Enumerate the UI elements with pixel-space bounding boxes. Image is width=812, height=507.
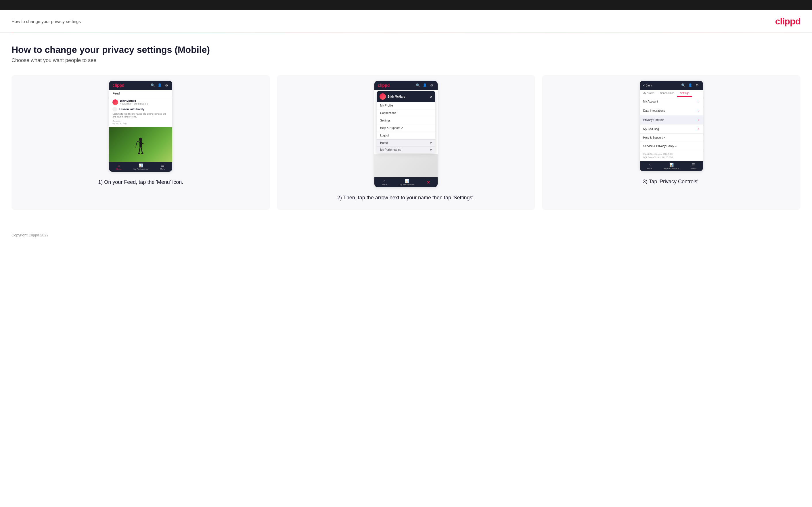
tab-settings[interactable]: Settings	[677, 90, 693, 97]
screen1-bottom-nav: ⌂ Home 📊 My Performance ☰ Menu	[109, 162, 172, 172]
step-3-phone: < Back 🔍 👤 ⚙ My Profile Connections	[640, 81, 703, 171]
steps-grid: clippd 🔍 👤 ⚙ Feed Blair M	[11, 75, 801, 210]
settings-back-bar: < Back 🔍 👤 ⚙	[640, 81, 703, 90]
version-client: Clippd Client Version: 2022.8.3-3	[643, 153, 700, 156]
external-link-icon-policy: ↗	[675, 145, 677, 148]
step-2-caption: 2) Then, tap the arrow next to your name…	[337, 194, 475, 202]
screen2-bg-blur	[374, 154, 438, 177]
menu-item-help[interactable]: Help & Support ↗	[377, 124, 435, 132]
menu-user-left: Blair McHarg	[379, 93, 405, 100]
svg-line-3	[136, 141, 137, 147]
menu-chevron-up: ∧	[430, 95, 433, 99]
footer: Copyright Clippd 2022	[0, 227, 812, 243]
screen2-bottom-nav: ⌂ Home 📊 My Performance ✕	[374, 177, 438, 187]
chevron-icon-integrations: ›	[699, 109, 700, 113]
svg-rect-1	[140, 141, 142, 147]
feed-duration: Duration 01 hr : 30 min	[112, 120, 169, 125]
feed-post-icon	[112, 107, 117, 111]
feed-post-title-row: Lesson with Fordy	[112, 107, 169, 111]
external-link-icon-help: ↗	[663, 137, 665, 139]
step-3-card: < Back 🔍 👤 ⚙ My Profile Connections	[542, 75, 801, 210]
bottom-nav-menu: ☰ Menu	[160, 163, 165, 170]
step-1-phone: clippd 🔍 👤 ⚙ Feed Blair M	[109, 81, 172, 172]
settings-tabs: My Profile Connections Settings	[640, 90, 703, 97]
settings-item-help[interactable]: Help & Support ↗	[640, 134, 703, 142]
feed-user-info: Blair McHarg Yesterday · Sunningdale	[120, 99, 148, 105]
svg-line-5	[139, 147, 140, 153]
bottom-nav-close[interactable]: ✕	[427, 180, 430, 185]
menu-item-profile[interactable]: My Profile	[377, 102, 435, 109]
menu-item-connections[interactable]: Connections	[377, 109, 435, 117]
menu-section-home[interactable]: Home ∨	[377, 139, 435, 146]
svg-point-8	[141, 153, 144, 154]
screen2-logo: clippd	[378, 83, 390, 88]
screen2-navbar: clippd 🔍 👤 ⚙	[374, 81, 438, 90]
feed-post-text: Looking to feel like my hands are exitin…	[112, 113, 169, 119]
bottom-nav-menu-3: ☰ Menu	[691, 163, 696, 169]
step-3-caption: 3) Tap 'Privacy Controls'.	[643, 178, 700, 185]
feed-tab: Feed	[109, 90, 172, 97]
feed-user-name: Blair McHarg	[120, 99, 148, 102]
menu-user-header: Blair McHarg ∧	[377, 91, 435, 102]
top-bar	[0, 0, 812, 10]
step-1-caption: 1) On your Feed, tap the 'Menu' icon.	[98, 179, 183, 186]
close-icon: ✕	[427, 180, 430, 185]
feed-post: Blair McHarg Yesterday · Sunningdale Les…	[109, 97, 172, 127]
tab-connections[interactable]: Connections	[657, 90, 677, 97]
main-content: How to change your privacy settings (Mob…	[0, 33, 812, 227]
logo: clippd	[775, 16, 801, 27]
search-icon: 🔍	[150, 83, 155, 88]
step-2-card: clippd 🔍 👤 ⚙ Blair McHarg ∧	[277, 75, 536, 210]
menu-icon-3: ☰	[692, 163, 695, 167]
settings-list: My Account › Data Integrations › Privacy…	[640, 97, 703, 150]
svg-point-0	[139, 137, 142, 141]
settings-item-integrations[interactable]: Data Integrations ›	[640, 106, 703, 115]
svg-line-6	[141, 147, 142, 153]
home-icon-2: ⌂	[383, 179, 385, 183]
bottom-nav-home: ⌂ Home	[116, 163, 121, 170]
home-icon-3: ⌂	[648, 163, 650, 167]
screen2-nav-icons: 🔍 👤 ⚙	[416, 83, 434, 88]
feed-user-row: Blair McHarg Yesterday · Sunningdale	[112, 99, 169, 105]
screen3-nav-icons: 🔍 👤 ⚙	[681, 83, 700, 88]
page-subtitle: Choose what you want people to see	[11, 57, 801, 63]
menu-icon: ☰	[161, 163, 164, 167]
header: How to change your privacy settings clip…	[0, 10, 812, 33]
feed-avatar	[112, 99, 118, 105]
settings-item-privacy[interactable]: Privacy Controls ›	[640, 115, 703, 124]
step-2-phone: clippd 🔍 👤 ⚙ Blair McHarg ∧	[374, 81, 438, 187]
copyright-text: Copyright Clippd 2022	[11, 233, 49, 237]
settings-icon: ⚙	[164, 83, 169, 88]
settings-icon-3: ⚙	[695, 83, 700, 88]
screen1-nav-icons: 🔍 👤 ⚙	[150, 83, 169, 88]
settings-item-account[interactable]: My Account ›	[640, 97, 703, 106]
search-icon-2: 🔍	[416, 83, 420, 88]
search-icon-3: 🔍	[681, 83, 686, 88]
settings-item-privacy-policy[interactable]: Service & Privacy Policy ↗	[640, 142, 703, 150]
bottom-nav-performance-3: 📊 My Performance	[664, 163, 679, 169]
version-server: GQL Server Version: 2022.7.30-1	[643, 156, 700, 159]
bottom-nav-performance: 📊 My Performance	[134, 163, 148, 170]
svg-point-7	[138, 153, 140, 154]
settings-icon-2: ⚙	[429, 83, 434, 88]
menu-item-logout[interactable]: Logout	[377, 132, 435, 139]
home-icon: ⌂	[118, 163, 120, 167]
back-button[interactable]: < Back	[643, 84, 652, 87]
menu-avatar	[379, 93, 386, 100]
bottom-nav-home-3: ⌂ Home	[647, 163, 652, 169]
screen1-navbar: clippd 🔍 👤 ⚙	[109, 81, 172, 90]
settings-item-golf-bag[interactable]: My Golf Bag ›	[640, 125, 703, 133]
chevron-icon-privacy: ›	[699, 118, 700, 122]
tab-my-profile[interactable]: My Profile	[640, 90, 657, 97]
golfer-svg	[135, 136, 146, 159]
menu-item-settings[interactable]: Settings	[377, 117, 435, 124]
user-icon-2: 👤	[423, 83, 427, 88]
step-1-card: clippd 🔍 👤 ⚙ Feed Blair M	[11, 75, 270, 210]
user-icon-3: 👤	[688, 83, 693, 88]
screen3-bottom-nav: ⌂ Home 📊 My Performance ☰ Menu	[640, 161, 703, 171]
page-title: How to change your privacy settings (Mob…	[11, 45, 801, 55]
chart-icon-2: 📊	[405, 179, 409, 183]
feed-golf-image	[109, 127, 172, 162]
menu-section-performance[interactable]: My Performance ∨	[377, 146, 435, 153]
chevron-icon-account: ›	[699, 99, 700, 103]
